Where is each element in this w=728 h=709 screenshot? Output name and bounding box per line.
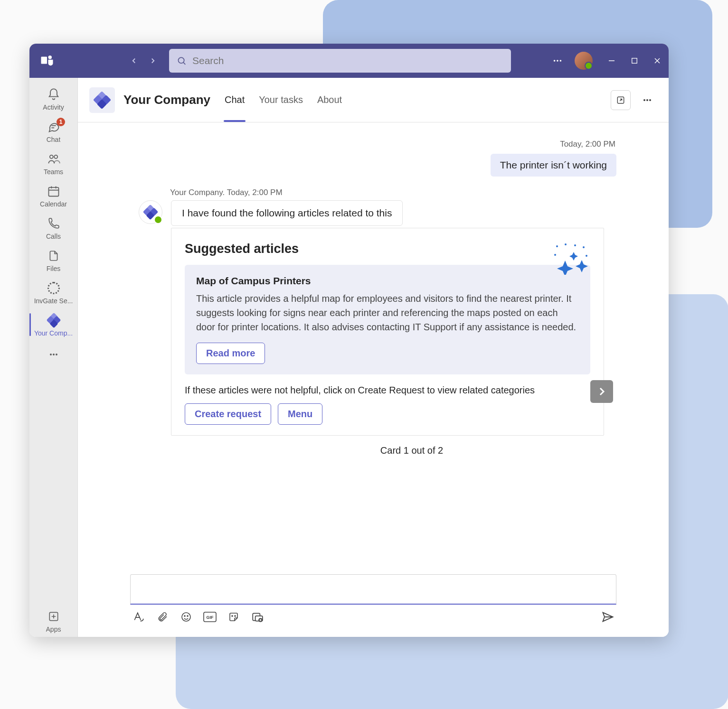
timestamp: Today, 2:00 PM [94,136,652,154]
chat-body: Today, 2:00 PM The printer isn´t working… [78,122,669,574]
svg-point-21 [56,354,57,355]
minimize-button[interactable] [606,55,617,66]
phone-icon [47,216,61,231]
header-more-button[interactable] [637,90,657,110]
chat-badge: 1 [57,118,65,126]
svg-point-27 [646,99,648,101]
user-avatar[interactable] [575,52,593,70]
card-counter: Card 1 out of 2 [171,445,652,456]
svg-point-28 [649,99,651,101]
chat-header: Your Company Chat Your tasks About [78,78,669,122]
rail-label: Calendar [40,200,67,208]
svg-point-29 [556,245,558,247]
teams-logo-icon [40,53,55,68]
calendar-icon [47,184,61,198]
svg-rect-0 [41,57,47,64]
rail-files[interactable]: Files [29,244,77,276]
svg-point-20 [53,354,55,355]
main-panel: Your Company Chat Your tasks About Today… [78,78,669,637]
more-icon [47,347,61,362]
rail-your-company[interactable]: Your Comp... [29,308,77,341]
svg-point-37 [187,616,188,616]
user-message-row: The printer isn´t working [94,154,652,177]
rail-label: InvGate Se... [34,297,73,305]
rail-calendar[interactable]: Calendar [29,179,77,212]
rail-chat[interactable]: 1 Chat [29,115,77,147]
message-input[interactable] [130,574,616,605]
svg-point-36 [184,616,185,616]
svg-point-19 [50,354,52,355]
read-more-button[interactable]: Read more [196,343,265,364]
svg-point-5 [557,60,558,62]
rail-label: Calls [46,233,61,240]
rail-apps[interactable]: Apps [29,605,77,637]
svg-point-30 [565,243,567,245]
app-icon [89,87,115,113]
rail-teams[interactable]: Teams [29,147,77,179]
rail-label: Activity [43,103,64,111]
gif-icon[interactable]: GIF [203,610,217,624]
article-body: This article provides a helpful map for … [196,291,579,334]
close-button[interactable] [652,55,663,66]
svg-text:GIF: GIF [207,615,214,620]
svg-point-35 [182,613,190,621]
teams-icon [47,152,61,166]
bot-message: I have found the following articles rela… [171,200,403,226]
user-message: The printer isn´t working [491,154,616,177]
rail-calls[interactable]: Calls [29,212,77,244]
attach-icon[interactable] [156,610,169,624]
rail-activity[interactable]: Activity [29,83,77,115]
file-icon [47,249,61,263]
svg-line-3 [183,63,185,65]
search-input[interactable] [192,55,503,66]
suggested-articles-card: Suggested articles Map of Campus Printer… [171,228,604,436]
svg-point-13 [49,155,53,159]
more-actions-icon[interactable] [251,610,264,624]
menu-button[interactable]: Menu [278,403,322,425]
nav-forward-button[interactable] [144,52,161,69]
composer-toolbar: GIF [130,605,616,624]
sticker-icon[interactable] [227,610,240,624]
svg-rect-15 [48,187,58,196]
svg-rect-8 [632,58,637,64]
tabs: Chat Your tasks About [224,78,343,122]
title-more-button[interactable] [549,52,566,69]
bot-meta: Your Company. Today, 2:00 PM [170,188,652,197]
nav-back-button[interactable] [125,52,142,69]
rail-more[interactable] [29,343,77,365]
popout-button[interactable] [611,90,631,110]
send-button[interactable] [601,610,615,624]
your-company-icon [47,313,61,327]
search-box[interactable] [169,49,511,73]
app-title: Your Company [123,93,210,107]
svg-point-31 [574,244,576,246]
carousel-next-button[interactable] [590,380,613,403]
bot-row: I have found the following articles rela… [139,200,652,456]
svg-point-41 [235,616,236,616]
rail-label: Files [47,265,61,272]
svg-point-40 [232,616,233,616]
create-request-button[interactable]: Create request [185,403,271,425]
svg-point-32 [583,246,585,248]
svg-point-34 [586,255,587,257]
rail-label: Your Comp... [34,329,73,337]
tab-your-tasks[interactable]: Your tasks [258,78,304,122]
card-title: Suggested articles [185,242,590,256]
tab-chat[interactable]: Chat [224,78,246,122]
rail-label: Chat [47,136,61,143]
rail-invgate[interactable]: InvGate Se... [29,276,77,308]
sparkle-icon [552,242,590,277]
maximize-button[interactable] [629,55,640,66]
format-icon[interactable] [132,610,145,624]
invgate-icon [47,281,61,295]
svg-point-4 [554,60,556,62]
nav-arrows [125,52,161,69]
rail-label: Teams [44,168,63,176]
tab-about[interactable]: About [316,78,343,122]
emoji-icon[interactable] [180,610,193,624]
article-title: Map of Campus Printers [196,275,579,287]
svg-point-26 [643,99,645,101]
svg-point-14 [54,155,57,159]
bot-avatar [139,200,162,224]
left-rail: Activity 1 Chat Teams Calendar Calls [29,78,78,637]
